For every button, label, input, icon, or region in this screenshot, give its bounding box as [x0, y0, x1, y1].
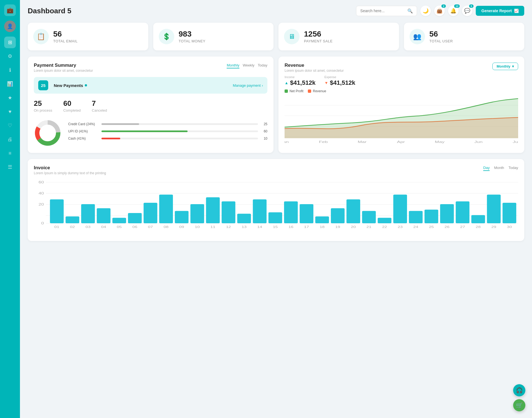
revenue-dot — [308, 89, 311, 93]
heart-outline-icon: ♡ — [8, 122, 12, 129]
generate-report-label: Generate Report — [481, 9, 512, 13]
menu-icon: ≡ — [9, 150, 12, 156]
stat-card-money: 💲 983 TOTAL MONEY — [153, 23, 274, 50]
sidebar-item-menu[interactable]: ≡ — [4, 147, 16, 159]
expense-label: Expense — [324, 75, 355, 79]
sidebar-item-list[interactable]: ☰ — [4, 161, 16, 173]
tab-weekly[interactable]: Weekly — [243, 63, 254, 68]
search-input[interactable] — [360, 9, 405, 13]
revenue-monthly-dropdown[interactable]: Monthly ▾ — [492, 63, 518, 70]
tab-monthly[interactable]: Monthly — [227, 63, 239, 68]
sidebar-item-dashboard[interactable]: ⊞ — [4, 37, 16, 48]
bar-count-upi: 60 — [261, 129, 267, 133]
payment-details: Credit Card (24%) 25 UPI ID (41%) 60 — [34, 119, 267, 147]
bell-badge: 12 — [454, 4, 460, 8]
invoice-tab-today[interactable]: Today — [508, 165, 518, 171]
sidebar-item-favorite[interactable]: ♥ — [4, 106, 16, 117]
down-icon: ▼ — [324, 81, 328, 85]
search-box[interactable]: 🔍 — [356, 6, 417, 16]
invoice-bar — [144, 203, 157, 223]
invoice-bar-label: 20 — [351, 225, 356, 229]
sidebar-logo[interactable]: 💼 — [4, 4, 16, 16]
money-stat-info: 983 TOTAL MONEY — [179, 30, 206, 43]
svg-text:July: July — [513, 140, 518, 143]
payment-value: 1256 — [304, 30, 333, 39]
sidebar-item-settings[interactable]: ⚙ — [4, 50, 16, 62]
invoice-bar-label: 02 — [70, 225, 75, 229]
notification-button[interactable]: 🔔 12 — [448, 6, 459, 16]
chevron-down-icon: ▾ — [512, 64, 514, 68]
support-float-button[interactable]: 🎧 — [513, 384, 525, 396]
invoice-bar — [159, 194, 173, 223]
tab-today[interactable]: Today — [258, 63, 267, 68]
donut-chart — [34, 119, 62, 147]
headset-icon: 🎧 — [516, 387, 523, 394]
invoice-bar — [268, 212, 282, 223]
invoice-bar — [378, 218, 392, 223]
revenue-info: Income ▲ $41,512k Expense ▼ $41,512k — [285, 75, 518, 86]
invoice-bar — [300, 204, 313, 223]
expense-value: $41,512k — [330, 79, 355, 86]
bar-fill-creditcard — [101, 123, 139, 125]
manage-payment-link[interactable]: Manage payment › — [233, 83, 263, 88]
sidebar-item-print[interactable]: 🖨 — [4, 134, 16, 145]
user-avatar[interactable]: 👤 — [4, 20, 16, 32]
revenue-header: Revenue Lorem ipsum dolor sit amet, cons… — [285, 63, 518, 73]
svg-text:Jan: Jan — [285, 140, 289, 143]
invoice-subtitle: Lorem Ipsum is simply dummy text of the … — [34, 171, 106, 175]
bar-label-creditcard: Credit Card (24%) — [68, 122, 99, 126]
payment-summary-title-group: Payment Summary Lorem ipsum dolor sit am… — [34, 63, 93, 73]
star-icon: ★ — [8, 95, 12, 101]
dark-mode-toggle[interactable]: 🌙 — [420, 6, 431, 16]
generate-report-button[interactable]: Generate Report 📈 — [476, 6, 524, 16]
netprofit-dot — [285, 89, 288, 93]
payment-summary-header: Payment Summary Lorem ipsum dolor sit am… — [34, 63, 267, 73]
income-label: Income — [285, 75, 316, 79]
sidebar-item-favorites2[interactable]: ♡ — [4, 120, 16, 131]
invoice-bar-label: 07 — [148, 225, 153, 229]
completed-label: Completed — [63, 108, 81, 112]
svg-text:0: 0 — [41, 221, 44, 225]
invoice-title: Invoice — [34, 165, 106, 171]
invoice-tab-month[interactable]: Month — [494, 165, 504, 171]
invoice-tab-day[interactable]: Day — [483, 165, 490, 171]
svg-text:Feb: Feb — [319, 140, 328, 143]
invoice-bar-label: 29 — [491, 225, 496, 229]
invoice-bar-label: 18 — [320, 225, 325, 229]
cart-float-button[interactable]: 🛒 — [513, 399, 525, 411]
revenue-legend-label: Revenue — [313, 89, 326, 93]
completed-stat: 60 Completed — [63, 99, 81, 112]
svg-text:May: May — [435, 140, 444, 143]
invoice-bar-label: 06 — [132, 225, 137, 229]
bar-track-upi — [101, 130, 258, 132]
invoice-bar — [81, 204, 95, 223]
sidebar-item-analytics[interactable]: 📊 — [4, 78, 16, 90]
revenue-legend: Net Profit Revenue — [285, 89, 518, 93]
bar-row-creditcard: Credit Card (24%) 25 — [68, 122, 267, 126]
moon-icon: 🌙 — [423, 8, 429, 14]
sidebar-item-star[interactable]: ★ — [4, 92, 16, 104]
main-content: Dashboard 5 🔍 🌙 👜 2 🔔 12 💬 5 Gen — [20, 0, 532, 418]
invoice-bar-label: 10 — [195, 225, 200, 229]
invoice-bar-label: 24 — [413, 225, 418, 229]
expense-item: Expense ▼ $41,512k — [324, 75, 355, 86]
user-label: TOTAL USER — [429, 39, 453, 43]
invoice-bar-label: 19 — [335, 225, 340, 229]
wallet-icon: 👜 — [436, 8, 443, 14]
wallet-button[interactable]: 👜 2 — [434, 6, 445, 16]
invoice-bar — [362, 211, 376, 223]
svg-text:60: 60 — [39, 180, 44, 184]
header-right: 🔍 🌙 👜 2 🔔 12 💬 5 Generate Report 📈 — [356, 6, 524, 16]
sidebar-item-info[interactable]: ℹ — [4, 64, 16, 76]
invoice-bar — [331, 208, 345, 223]
invoice-bar — [50, 199, 64, 223]
on-process-value: 25 — [34, 99, 52, 108]
chat-button[interactable]: 💬 5 — [462, 6, 472, 16]
revenue-chart-area: Jan Feb Mar Apr May Jun July 0 30 60 90 … — [285, 95, 518, 145]
invoice-bar-label: 16 — [288, 225, 293, 229]
stats-grid: 📋 56 TOTAL EMAIL 💲 983 TOTAL MONEY 🖥 125… — [28, 23, 524, 50]
logo-icon: 💼 — [7, 7, 14, 14]
revenue-title-group: Revenue Lorem ipsum dolor sit amet, cons… — [285, 63, 344, 73]
invoice-bar-chart: 60 40 20 0 01020304050607080910111213141… — [34, 179, 518, 235]
money-icon: 💲 — [159, 29, 174, 44]
